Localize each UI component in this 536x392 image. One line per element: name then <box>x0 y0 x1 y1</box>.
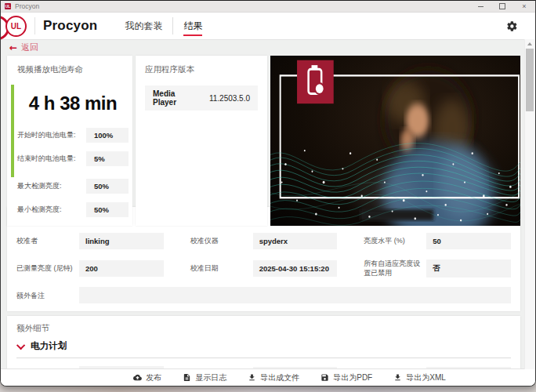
scroll-up-arrow-icon[interactable] <box>527 42 532 45</box>
app-version-card: 应用程序版本 Media Player 11.2503.5.0 <box>136 56 267 226</box>
brightness-level-field: 亮度水平 (%) 50 <box>364 233 511 249</box>
show-log-button[interactable]: 显示日志 <box>183 372 226 383</box>
instrument-field: 校准仪器 spyderx <box>190 233 338 249</box>
adaptive-brightness-field: 所有自适应亮度设置已禁用 否 <box>364 259 511 278</box>
close-icon: × <box>522 3 526 10</box>
scrollbar-thumb[interactable] <box>526 49 534 111</box>
export-file-button[interactable]: 导出成文件 <box>248 372 299 383</box>
measured-nits-field: 已测量亮度 (尼特) 200 <box>16 259 164 278</box>
battery-row: 最小检测亮度: 50% <box>17 202 129 217</box>
hero-image <box>270 56 520 226</box>
app-icon: UL <box>5 3 11 9</box>
desktop-background: UL Procyon × UL Procyon 我的套装 结果 <box>0 0 536 392</box>
results-content: ← 返回 视频播放电池寿命 4 h 38 min 开始时的电池电量: 100% <box>1 39 535 369</box>
minimize-button[interactable] <box>469 1 491 12</box>
battery-row: 最大检测亮度: 50% <box>17 179 129 194</box>
version-card-title: 应用程序版本 <box>145 64 258 75</box>
app-version: 11.2503.5.0 <box>209 94 250 103</box>
section-divider <box>16 358 511 358</box>
nav-tab-results[interactable]: 结果 <box>173 13 212 39</box>
battery-row: 开始时的电池电量: 100% <box>17 128 129 143</box>
close-button[interactable]: × <box>513 1 535 12</box>
battery-end-value: 5% <box>86 151 129 166</box>
chevron-down-icon <box>16 341 25 350</box>
procyon-window: UL Procyon × UL Procyon 我的套装 结果 <box>0 0 536 387</box>
battery-row: 结束时的电池电量: 5% <box>17 151 129 166</box>
calibrator-field: 校准者 linking <box>16 233 164 249</box>
battery-badge-icon <box>297 60 334 103</box>
back-arrow-icon: ← <box>9 42 17 53</box>
log-document-icon <box>183 373 191 382</box>
back-button[interactable]: ← 返回 <box>7 39 520 56</box>
export-pdf-icon <box>321 373 329 382</box>
publish-cloud-icon <box>133 373 142 382</box>
calibration-date-field: 校准日期 2025-04-30 15:15:20 <box>190 259 338 278</box>
app-name: Media Player <box>153 89 195 107</box>
export-pdf-button[interactable]: 导出为PDF <box>321 372 372 383</box>
battery-life-score: 4 h 38 min <box>17 93 129 114</box>
main-nav: 我的套装 结果 <box>114 13 212 39</box>
maximize-icon <box>499 3 505 9</box>
window-title: Procyon <box>15 2 39 10</box>
export-toolbar: 发布 显示日志 导出成文件 导出为PDF 导出为XML <box>1 368 535 386</box>
header-divider <box>34 17 35 34</box>
minimize-icon <box>478 6 483 7</box>
version-row: Media Player 11.2503.5.0 <box>145 85 258 111</box>
power-plan-toggle[interactable]: 电力计划 <box>16 340 511 352</box>
additional-details-card: 额外细节 电力计划 电量计划名称 平衡 功耗模式 Balanced <box>7 316 520 369</box>
export-file-icon <box>248 373 256 382</box>
extra-notes-field: 额外备注 <box>16 287 511 303</box>
maximize-button[interactable] <box>491 1 513 12</box>
brand-title: Procyon <box>43 18 97 34</box>
ul-logo: UL <box>5 16 27 37</box>
battery-life-card: 视频播放电池寿命 4 h 38 min 开始时的电池电量: 100% 结束时的电… <box>7 56 132 226</box>
vertical-scrollbar[interactable] <box>524 39 535 369</box>
publish-button[interactable]: 发布 <box>133 372 161 383</box>
settings-gear-icon[interactable] <box>506 20 518 32</box>
window-titlebar: UL Procyon × <box>1 1 535 13</box>
active-tab-underline <box>183 34 202 36</box>
min-brightness-value: 50% <box>86 202 129 217</box>
export-xml-icon <box>393 373 402 382</box>
export-xml-button[interactable]: 导出为XML <box>393 372 446 383</box>
details-card-title: 额外细节 <box>16 323 511 334</box>
nav-tab-my-suites[interactable]: 我的套装 <box>114 13 172 39</box>
app-header: UL Procyon 我的套装 结果 <box>1 13 535 40</box>
max-brightness-value: 50% <box>86 179 129 194</box>
score-accent-bar <box>11 85 14 177</box>
battery-start-value: 100% <box>86 128 129 143</box>
battery-card-title: 视频播放电池寿命 <box>17 64 129 75</box>
